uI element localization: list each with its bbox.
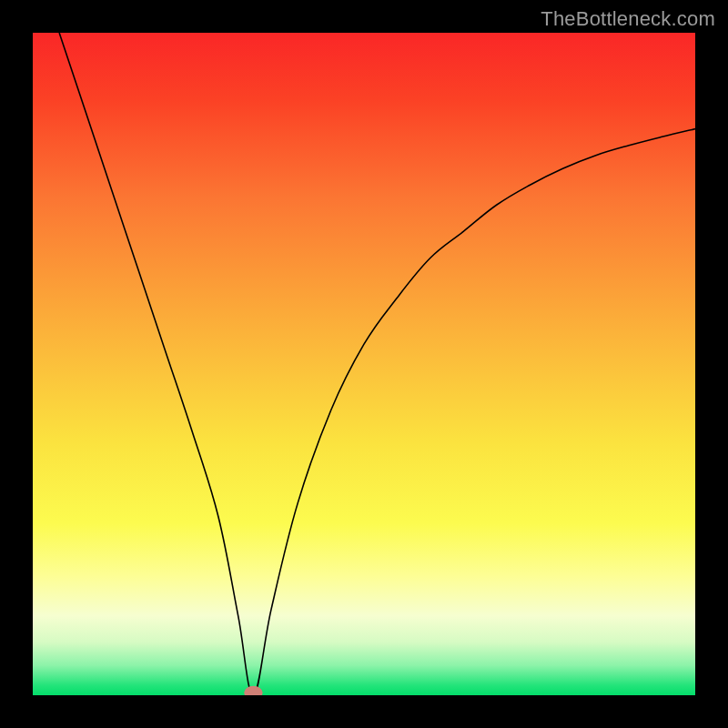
watermark-text: TheBottleneck.com [541, 7, 715, 31]
bottleneck-chart [33, 33, 695, 695]
gradient-background [33, 33, 695, 695]
chart-frame [33, 33, 695, 695]
